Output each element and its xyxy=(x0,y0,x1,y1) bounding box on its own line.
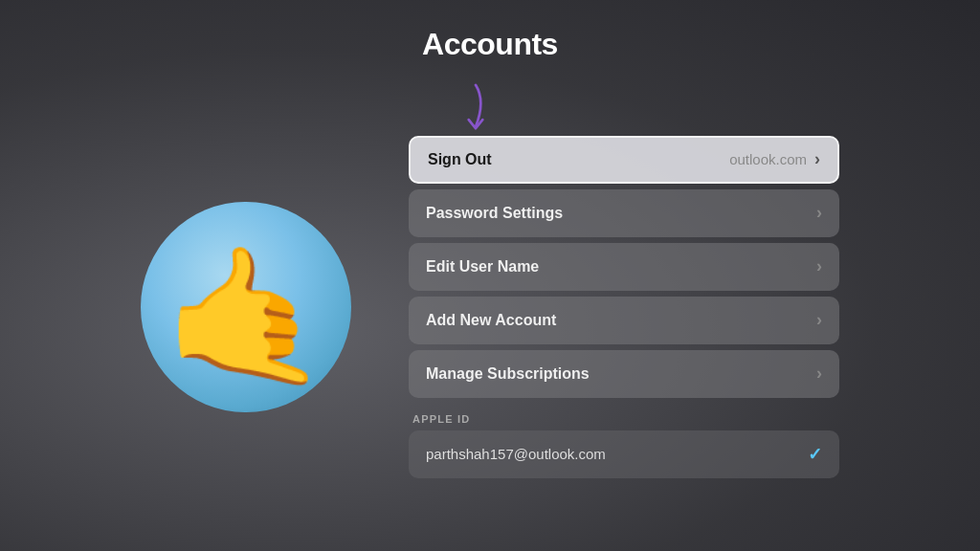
page-title: Accounts xyxy=(422,27,558,62)
avatar-emoji: 🤙 xyxy=(163,250,330,384)
sign-out-chevron: › xyxy=(814,149,820,169)
edit-user-name-button[interactable]: Edit User Name › xyxy=(409,243,839,291)
manage-subscriptions-button[interactable]: Manage Subscriptions › xyxy=(409,350,839,398)
page-container: Accounts 🤙 Sign Out outlook.com › xyxy=(0,0,980,551)
apple-id-row: parthshah157@outlook.com ✓ xyxy=(409,430,839,478)
sign-out-label: Sign Out xyxy=(428,151,492,168)
sign-out-button[interactable]: Sign Out outlook.com › xyxy=(409,136,839,184)
edit-user-name-label: Edit User Name xyxy=(426,258,539,276)
apple-id-label: APPLE ID xyxy=(409,413,839,425)
manage-subscriptions-chevron: › xyxy=(816,364,822,384)
password-settings-button[interactable]: Password Settings › xyxy=(409,189,839,237)
checkmark-icon: ✓ xyxy=(808,444,822,465)
password-settings-chevron: › xyxy=(816,203,822,223)
edit-user-name-chevron: › xyxy=(816,256,822,276)
manage-subscriptions-label: Manage Subscriptions xyxy=(426,365,590,383)
apple-id-section: APPLE ID parthshah157@outlook.com ✓ xyxy=(409,413,839,478)
right-panel: Sign Out outlook.com › Password Settings… xyxy=(409,136,839,478)
sign-out-email-partial: outlook.com xyxy=(729,151,807,167)
password-settings-label: Password Settings xyxy=(426,205,563,222)
apple-id-email: parthshah157@outlook.com xyxy=(426,446,606,462)
arrow-annotation xyxy=(457,83,495,131)
avatar: 🤙 xyxy=(141,202,351,412)
content-area: 🤙 Sign Out outlook.com › Passw xyxy=(0,62,980,551)
add-new-account-label: Add New Account xyxy=(426,312,556,329)
arrow-icon xyxy=(457,83,495,131)
add-new-account-button[interactable]: Add New Account › xyxy=(409,297,839,344)
add-new-account-chevron: › xyxy=(816,310,822,330)
sign-out-right: outlook.com › xyxy=(729,149,820,169)
